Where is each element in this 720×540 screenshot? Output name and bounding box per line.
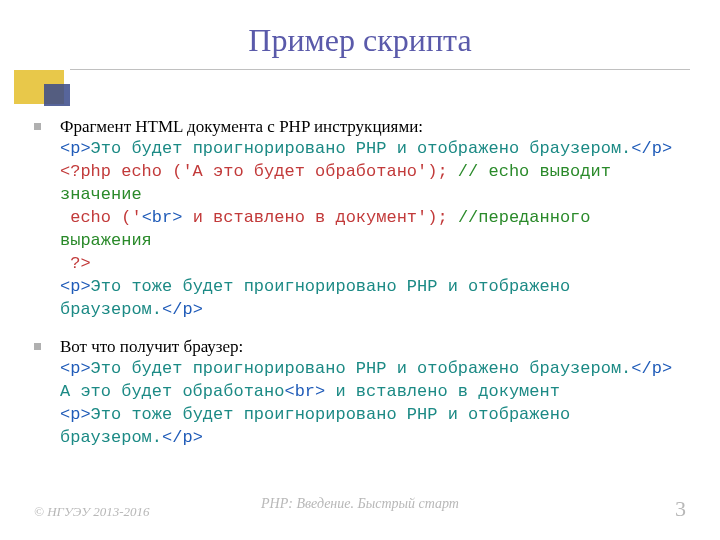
bullet-marker-icon [34, 343, 41, 350]
title-underline [70, 69, 690, 70]
slide-title: Пример скрипта [0, 0, 720, 59]
page-number: 3 [675, 496, 686, 522]
out-tag-close-p: </p> [631, 359, 672, 378]
echo-2a: echo (' [60, 208, 142, 227]
bullet-item-1: Фрагмент HTML документа с PHP инструкция… [60, 116, 678, 322]
echo-2c: и вставлено в документ'); [182, 208, 447, 227]
tag-open-p2: <p> [60, 277, 91, 296]
tag-br: <br> [142, 208, 183, 227]
content-area: Фрагмент HTML документа с PHP инструкция… [0, 80, 720, 449]
code-block-1: <p>Это будет проигнорировано PHP и отобр… [60, 138, 678, 322]
out-tag-br: <br> [284, 382, 325, 401]
bullet-1-intro: Фрагмент HTML документа с PHP инструкция… [60, 117, 423, 136]
out-tag-open-p: <p> [60, 359, 91, 378]
bullet-2-intro: Вот что получит браузер: [60, 337, 243, 356]
out-processed-c: и вставлено в документ [325, 382, 560, 401]
text-ignored-1: Это будет проигнорировано PHP и отображе… [91, 139, 632, 158]
footer: © НГУЭУ 2013-2016 PHP: Введение. Быстрый… [0, 496, 720, 522]
out-tag-open-p2: <p> [60, 405, 91, 424]
footer-subtitle: PHP: Введение. Быстрый старт [261, 496, 459, 512]
accent-blue-box [44, 84, 70, 106]
tag-close-p: </p> [631, 139, 672, 158]
bullet-item-2: Вот что получит браузер: <p>Это будет пр… [60, 336, 678, 450]
php-open: <?php echo ('А это будет обработано'); [60, 162, 448, 181]
text-ignored-2: Это тоже будет проигнорировано PHP и ото… [60, 277, 580, 319]
tag-close-p2: </p> [162, 300, 203, 319]
out-text-1: Это будет проигнорировано PHP и отображе… [91, 359, 632, 378]
accent-decoration [14, 70, 68, 106]
code-block-2: <p>Это будет проигнорировано PHP и отобр… [60, 358, 678, 450]
slide: Пример скрипта Фрагмент HTML документа с… [0, 0, 720, 540]
out-text-2: Это тоже будет проигнорировано PHP и ото… [60, 405, 580, 447]
php-close: ?> [60, 254, 91, 273]
copyright-text: © НГУЭУ 2013-2016 [34, 504, 150, 520]
tag-open-p: <p> [60, 139, 91, 158]
out-processed-a: А это будет обработано [60, 382, 284, 401]
bullet-marker-icon [34, 123, 41, 130]
title-area: Пример скрипта [0, 0, 720, 80]
out-tag-close-p2: </p> [162, 428, 203, 447]
